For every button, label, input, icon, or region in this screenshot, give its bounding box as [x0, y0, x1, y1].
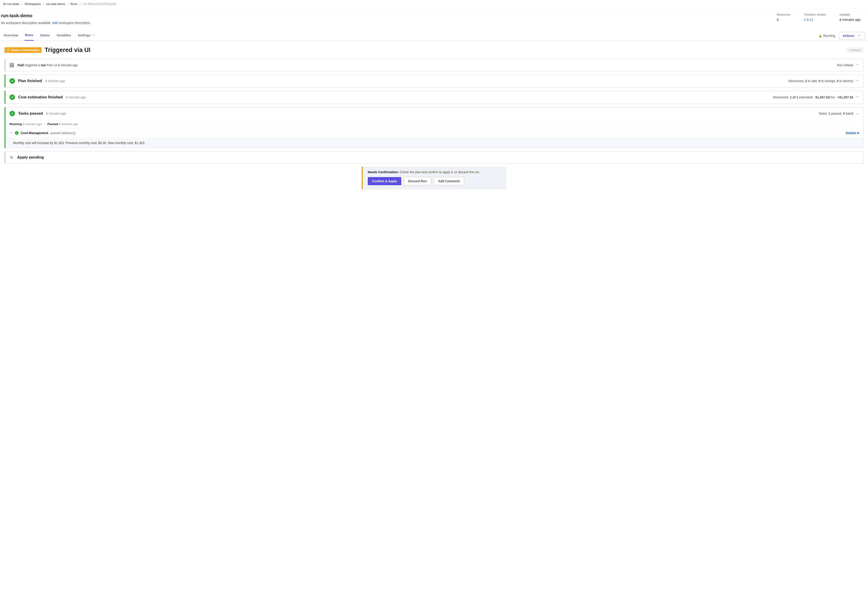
chevron-down-icon: ﹀	[858, 34, 861, 38]
actions-button[interactable]: Actions ﹀	[839, 32, 865, 40]
stat-resources-label: Resources	[777, 13, 791, 16]
run-details-link[interactable]: Run Details	[837, 63, 853, 67]
confirm-apply-button[interactable]: Confirm & Apply	[368, 177, 401, 185]
workspace-desc-text: No workspace description available.	[1, 21, 52, 25]
task-name: Cost-Management	[21, 131, 48, 135]
plan-title: Plan finished	[18, 79, 42, 83]
confirm-text: Needs Confirmation: Check the plan and c…	[368, 170, 501, 174]
status-badge: ! Needs Confirmation	[4, 47, 41, 53]
add-comment-button[interactable]: Add Comment	[434, 177, 464, 185]
stat-resources-value: 0	[777, 18, 791, 21]
discard-run-button[interactable]: Discard Run	[404, 177, 431, 185]
breadcrumb-org[interactable]: tfc-run-tasks	[3, 2, 19, 6]
workspace-header: run-task-demo No workspace description a…	[0, 9, 868, 25]
workspace-description: No workspace description available. Add …	[1, 21, 91, 25]
tab-variables[interactable]: Variables	[56, 31, 71, 40]
task-details-label: Details	[846, 131, 856, 135]
stat-updated-label: Updated	[840, 13, 861, 16]
tasks-summary: Tasks: 1 passed, 0 failed	[819, 112, 853, 115]
check-circle-icon: ✓	[9, 78, 15, 84]
tasks-card: ✓ Tasks passed 8 minutes ago Tasks: 1 pa…	[4, 107, 864, 148]
workspace-lock-status: 🔒 Running	[819, 34, 835, 37]
stat-updated-value: 8 minutes ago	[840, 18, 861, 21]
cost-title: Cost estimation finished	[18, 95, 62, 100]
chevron-down-icon: ﹀	[856, 79, 859, 83]
breadcrumb-separator: /	[67, 2, 68, 6]
trigger-card: rhall triggered a run from UI 8 minutes …	[4, 59, 864, 71]
tab-runs[interactable]: Runs	[25, 31, 34, 41]
external-link-icon: ⧉	[857, 131, 859, 135]
apply-card: ↻ Apply pending	[4, 151, 864, 163]
chevron-down-icon[interactable]: ﹀	[9, 131, 13, 135]
trigger-text: rhall triggered a run from UI 8 minutes …	[17, 63, 78, 67]
breadcrumb: tfc-run-tasks / Workspaces / run-task-de…	[0, 0, 868, 9]
chevron-down-icon: ﹀	[856, 63, 859, 67]
add-description-link[interactable]: Add	[52, 21, 58, 25]
stat-updated: Updated 8 minutes ago	[840, 13, 861, 21]
cost-summary: Resources: 1 of 1 estimated · $1,287.92/…	[773, 95, 853, 99]
cost-card-header[interactable]: ✓ Cost estimation finished 8 minutes ago…	[6, 91, 863, 104]
run-panel: ! Needs Confirmation Triggered via UI CU…	[0, 41, 868, 198]
tab-settings-label: Settings	[78, 33, 90, 37]
breadcrumb-separator: /	[80, 2, 80, 6]
check-circle-icon: ✓	[15, 131, 19, 135]
plan-card-header[interactable]: ✓ Plan finished 8 minutes ago Resources:…	[6, 74, 863, 87]
tab-settings[interactable]: Settings ﹀	[77, 31, 96, 40]
actions-label: Actions	[843, 34, 854, 37]
tasks-time: 8 minutes ago	[46, 112, 66, 115]
confirm-bar: Needs Confirmation: Check the plan and c…	[362, 167, 506, 189]
run-title: Triggered via UI	[45, 47, 90, 53]
current-chip: CURRENT	[847, 48, 864, 52]
avatar	[9, 63, 14, 67]
breadcrumb-run-id: run-SEqmk2KzZ95CgckE	[83, 2, 116, 6]
cost-time: 8 minutes ago	[66, 95, 86, 99]
run-title-row: ! Needs Confirmation Triggered via UI CU…	[4, 47, 864, 53]
chevron-down-icon: ﹀	[856, 95, 859, 99]
tab-overview[interactable]: Overview	[3, 31, 19, 40]
breadcrumb-workspace[interactable]: run-task-demo	[46, 2, 65, 6]
status-badge-label: Needs Confirmation	[11, 48, 39, 52]
workspace-desc-suffix: workspace description.	[58, 21, 91, 25]
chevron-down-icon: ﹀	[92, 33, 95, 37]
confirm-bar-wrap: Needs Confirmation: Check the plan and c…	[4, 167, 864, 189]
plan-summary: Resources: 2 to add, 0 to change, 0 to d…	[788, 79, 853, 83]
chevron-up-icon: ︿	[856, 111, 859, 116]
apply-card-header[interactable]: ↻ Apply pending	[6, 151, 863, 163]
check-circle-icon: ✓	[9, 111, 15, 116]
breadcrumb-workspaces[interactable]: Workspaces	[25, 2, 41, 6]
status-running-time: 8 minutes ago	[22, 122, 42, 126]
lock-status-text: Running	[824, 34, 835, 37]
workspace-stats: Resources 0 Terraform version 1.0.11 Upd…	[777, 13, 868, 21]
status-passed-label: Passed	[47, 122, 58, 126]
workspace-title: run-task-demo	[1, 13, 91, 18]
stat-resources: Resources 0	[777, 13, 791, 21]
trigger-user: rhall	[17, 63, 24, 67]
lock-icon: 🔒	[819, 34, 822, 37]
apply-title: Apply pending	[17, 155, 44, 160]
task-message: Monthly cost will increase by $1,303. Pr…	[6, 138, 863, 148]
breadcrumb-separator: /	[22, 2, 22, 6]
chevron-right-icon: ›	[44, 122, 45, 126]
exclamation-icon: !	[7, 49, 10, 52]
stat-terraform-version: Terraform version 1.0.11	[804, 13, 826, 21]
task-item: ﹀ ✓ Cost-Management passed (advisory) De…	[6, 128, 863, 138]
plan-card: ✓ Plan finished 8 minutes ago Resources:…	[4, 74, 864, 88]
confirm-message: Check the plan and confirm to apply it, …	[399, 170, 480, 174]
tab-bar: Overview Runs States Variables Settings …	[0, 31, 868, 41]
tasks-status-row: Running 8 minutes ago › Passed 8 minutes…	[6, 120, 863, 128]
tasks-card-header[interactable]: ✓ Tasks passed 8 minutes ago Tasks: 1 pa…	[6, 107, 863, 120]
check-circle-icon: ✓	[9, 95, 15, 100]
stat-tf-label: Terraform version	[804, 13, 826, 16]
status-running-label: Running	[9, 122, 22, 126]
breadcrumb-separator: /	[43, 2, 44, 6]
task-details-link[interactable]: Details ⧉	[846, 131, 859, 135]
trigger-card-header[interactable]: rhall triggered a run from UI 8 minutes …	[6, 59, 863, 71]
tab-states[interactable]: States	[40, 31, 50, 40]
stat-tf-value[interactable]: 1.0.11	[804, 18, 826, 21]
plan-time: 8 minutes ago	[45, 79, 65, 83]
status-passed-time: 8 minutes ago	[58, 122, 78, 126]
tasks-title: Tasks passed	[18, 111, 43, 116]
task-status: passed (advisory)	[50, 131, 76, 135]
cost-card: ✓ Cost estimation finished 8 minutes ago…	[4, 91, 864, 104]
breadcrumb-runs[interactable]: Runs	[71, 2, 77, 6]
